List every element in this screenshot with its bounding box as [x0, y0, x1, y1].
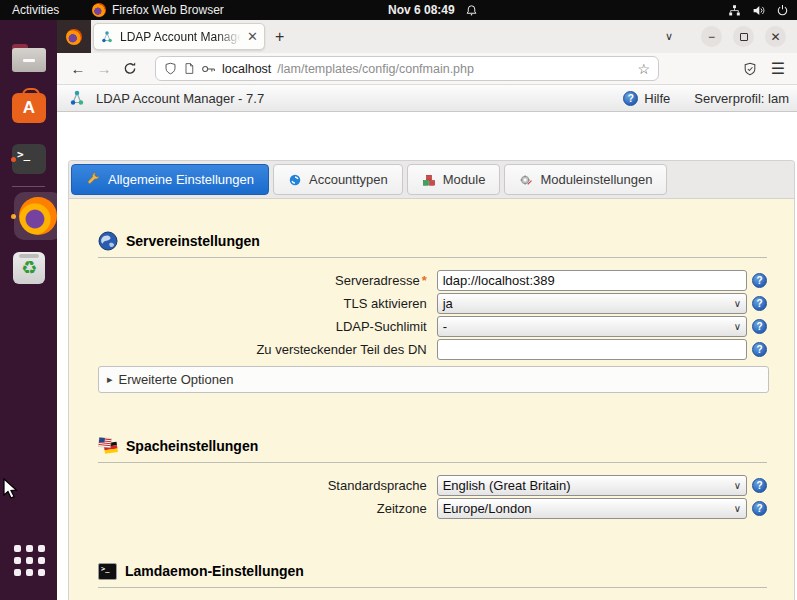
clock-label: Nov 6 08:49 [388, 3, 455, 17]
section-divider [98, 587, 767, 588]
tab-close-icon[interactable]: ✕ [247, 29, 258, 44]
help-icon[interactable]: ? [752, 342, 767, 357]
help-icon[interactable]: ? [752, 296, 767, 311]
dn-teil-input[interactable] [437, 339, 747, 360]
zeitzone-select[interactable]: Europe/London∨ [437, 498, 747, 519]
config-tab-strip: Allgemeine Einstellungen Accounttypen Mo… [69, 161, 794, 199]
module-settings-icon [519, 173, 533, 187]
dock: A >_ ♻ [0, 20, 57, 600]
tab-accounttypen[interactable]: Accounttypen [273, 164, 403, 195]
config-form: Servereinstellungen Serveradresse* ? TLS… [69, 231, 794, 600]
field-label: LDAP-Suchlimit [98, 319, 437, 334]
page-info-icon[interactable] [183, 62, 195, 75]
dock-item-files[interactable] [9, 38, 49, 78]
lam-favicon [100, 30, 114, 44]
url-path: /lam/templates/config/confmain.php [277, 62, 474, 76]
tab-allgemeine-einstellungen[interactable]: Allgemeine Einstellungen [71, 164, 269, 195]
tab-label: Module [443, 172, 486, 187]
erweiterte-optionen-expander[interactable]: Erweiterte Optionen [98, 366, 769, 393]
field-label: TLS aktivieren [98, 296, 437, 311]
field-label: Serveradresse [335, 273, 420, 288]
browser-tab[interactable]: LDAP Account Manager E ✕ [93, 23, 265, 50]
window-close-button[interactable]: ✕ [765, 26, 786, 47]
url-bar[interactable]: localhost/lam/templates/config/confmain.… [155, 56, 659, 81]
menu-button[interactable]: ☰ [771, 59, 785, 78]
serveradresse-input[interactable] [437, 270, 747, 291]
section-divider [98, 257, 767, 258]
files-icon [12, 44, 46, 72]
section-title: Spacheinstellungen [126, 438, 258, 454]
modules-icon [422, 173, 436, 187]
help-icon[interactable]: ? [752, 319, 767, 334]
window-maximize-button[interactable] [733, 26, 754, 47]
terminal-icon: >_ [98, 563, 117, 580]
running-indicator [11, 157, 16, 162]
help-link[interactable]: Hilfe [644, 91, 670, 106]
firefox-icon [92, 3, 106, 17]
list-tabs-chevron-icon[interactable]: ∨ [665, 30, 673, 43]
tab-title: LDAP Account Manager E [120, 30, 241, 44]
lam-page: Allgemeine Einstellungen Accounttypen Mo… [57, 112, 797, 600]
trash-icon: ♻ [13, 252, 45, 284]
bookmark-star-icon[interactable]: ☆ [637, 61, 650, 77]
lam-header: LDAP Account Manager - 7.7 ? Hilfe Serve… [57, 85, 797, 112]
focused-app-indicator[interactable]: Firefox Web Browser [92, 3, 224, 17]
dock-item-terminal[interactable]: >_ [9, 139, 49, 179]
firefox-window: LDAP Account Manager E ✕ + ∨ − ✕ ← → [57, 20, 797, 600]
new-tab-button[interactable]: + [275, 28, 284, 46]
dock-separator [12, 186, 45, 187]
required-marker: * [422, 273, 427, 288]
system-status-area[interactable] [728, 4, 789, 17]
firefox-icon [66, 29, 82, 45]
ubuntu-software-icon: A [12, 93, 46, 123]
lam-title: LDAP Account Manager - 7.7 [96, 91, 264, 106]
dock-item-firefox[interactable] [9, 192, 49, 240]
power-icon [776, 4, 789, 17]
reload-button[interactable] [117, 61, 143, 76]
expander-label: Erweiterte Optionen [119, 372, 234, 387]
browser-toolbar: ← → localhost/lam/templates/config/confm… [57, 53, 797, 85]
tab-label: Allgemeine Einstellungen [108, 172, 254, 187]
section-spacheinstellungen: Spacheinstellungen [98, 436, 767, 456]
wrench-icon [86, 172, 101, 187]
firefox-view-button[interactable] [57, 20, 91, 53]
sprache-select[interactable]: English (Great Britain)∨ [437, 475, 747, 496]
forward-button[interactable]: → [91, 60, 117, 77]
system-top-bar: Activities Firefox Web Browser Nov 6 08:… [0, 0, 797, 20]
row-standardsprache: Standardsprache English (Great Britain)∨… [98, 474, 767, 497]
help-icon[interactable]: ? [752, 273, 767, 288]
chevron-down-icon: ∨ [734, 298, 741, 309]
field-label: Standardsprache [98, 478, 437, 493]
focused-app-label: Firefox Web Browser [112, 3, 224, 17]
config-panel: Allgemeine Einstellungen Accounttypen Mo… [68, 160, 795, 600]
tab-moduleinstellungen[interactable]: Moduleinstellungen [504, 164, 667, 195]
tab-label: Moduleinstellungen [540, 172, 652, 187]
suchlimit-select[interactable]: -∨ [437, 316, 747, 337]
help-icon[interactable]: ? [752, 478, 767, 493]
mouse-cursor [2, 478, 20, 500]
tls-select[interactable]: ja∨ [437, 293, 747, 314]
dock-item-trash[interactable]: ♻ [9, 248, 49, 288]
tracking-shield-icon[interactable] [164, 62, 177, 75]
activities-button[interactable]: Activities [12, 3, 59, 17]
section-divider [98, 462, 767, 463]
account-shield-icon[interactable] [743, 62, 757, 76]
section-title: Lamdaemon-Einstellungen [125, 563, 304, 579]
row-zeitzone: Zeitzone Europe/London∨ ? [98, 497, 767, 520]
help-icon[interactable]: ? [752, 501, 767, 516]
server-profile-label: Serverprofil: lam [694, 91, 789, 106]
field-label: Zu versteckender Teil des DN [98, 342, 437, 357]
section-title: Servereinstellungen [126, 233, 260, 249]
row-ldap-suchlimit: LDAP-Suchlimit -∨ ? [98, 315, 767, 338]
clock-menu[interactable]: Nov 6 08:49 [388, 3, 478, 17]
dock-item-ubuntu-software[interactable]: A [9, 88, 49, 128]
firefox-icon [19, 197, 57, 235]
show-applications-button[interactable] [14, 545, 45, 576]
url-host: localhost [222, 62, 271, 76]
tab-module[interactable]: Module [407, 164, 501, 195]
back-button[interactable]: ← [65, 60, 91, 77]
chevron-down-icon: ∨ [734, 321, 741, 332]
browser-tab-bar: LDAP Account Manager E ✕ + ∨ − ✕ [57, 20, 797, 53]
window-minimize-button[interactable]: − [701, 26, 722, 47]
chevron-down-icon: ∨ [734, 503, 741, 514]
